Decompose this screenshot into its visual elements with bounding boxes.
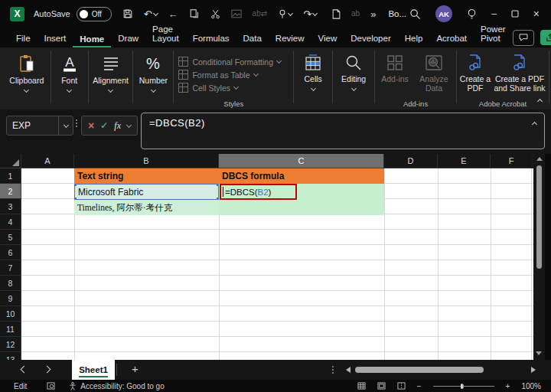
column-header-d[interactable]: D	[384, 154, 438, 168]
row-header-11[interactable]: 11	[0, 322, 21, 337]
back-arrow-icon[interactable]: ←	[168, 9, 178, 19]
tab-insert[interactable]: Insert	[37, 30, 73, 47]
macro-record-icon[interactable]	[47, 382, 55, 390]
column-header-c[interactable]: C	[219, 154, 384, 168]
share-button[interactable]	[540, 30, 551, 45]
tab-acrobat[interactable]: Acrobat	[429, 30, 474, 47]
select-all-corner[interactable]	[0, 154, 21, 168]
scroll-right-icon[interactable]	[531, 367, 536, 373]
maximize-button[interactable]	[511, 10, 519, 18]
account-avatar[interactable]: AK	[435, 5, 452, 22]
tab-developer[interactable]: Developer	[344, 30, 397, 47]
tab-review[interactable]: Review	[269, 30, 311, 47]
touch-mode-icon[interactable]	[278, 9, 292, 19]
tab-view[interactable]: View	[311, 30, 344, 47]
cell-b3[interactable]: Timelines, 阿尔蒂·考什克	[74, 200, 219, 215]
new-file-icon[interactable]	[332, 9, 341, 19]
accessibility-status[interactable]: Accessibility: Good to go	[80, 382, 165, 390]
name-box[interactable]: EXP	[6, 116, 73, 136]
row-header-8[interactable]: 8	[0, 276, 21, 291]
alignment-group-button[interactable]: Alignment	[90, 47, 132, 109]
search-icon[interactable]	[409, 8, 421, 20]
column-header-e[interactable]: E	[438, 154, 491, 168]
redo-icon[interactable]: ↷	[303, 9, 317, 19]
vertical-scrollbar[interactable]	[533, 154, 545, 360]
tab-home[interactable]: Home	[73, 31, 111, 48]
tab-formulas[interactable]: Formulas	[186, 30, 236, 47]
tab-file[interactable]: File	[9, 30, 37, 47]
page-layout-view-icon[interactable]	[377, 382, 386, 390]
reference-handle[interactable]	[217, 184, 219, 186]
comments-button[interactable]	[513, 30, 534, 46]
zoom-out-button[interactable]: −	[417, 382, 422, 390]
sheet-tab-sheet1[interactable]: Sheet1	[72, 360, 115, 380]
row-header-9[interactable]: 9	[0, 291, 21, 306]
scroll-up-icon[interactable]	[536, 157, 543, 161]
cell-c2-edit-box[interactable]: =DBCS(B2)	[220, 184, 297, 200]
save-icon[interactable]	[122, 8, 133, 19]
row-header-3[interactable]: 3	[0, 199, 21, 214]
minimize-button[interactable]: –	[491, 9, 497, 18]
normal-view-icon[interactable]	[357, 382, 366, 390]
cancel-icon[interactable]: ×	[88, 119, 94, 132]
cell-b2[interactable]: Microsoft Fabric	[74, 184, 219, 200]
enter-icon[interactable]: ✓	[100, 120, 108, 131]
autosave-toggle[interactable]: Off	[77, 7, 112, 21]
page-break-preview-icon[interactable]	[397, 382, 406, 390]
number-group-button[interactable]: % Number	[135, 47, 171, 109]
formula-input[interactable]: =DBCS(B2)	[141, 113, 545, 149]
zoom-slider[interactable]	[433, 383, 494, 390]
accessibility-icon[interactable]	[69, 382, 77, 390]
column-header-f[interactable]: F	[491, 154, 532, 168]
clipboard-group-button[interactable]: Clipboard	[5, 47, 49, 109]
create-pdf-share-button[interactable]: Create a PDF and Share link	[492, 47, 547, 99]
row-header-7[interactable]: 7	[0, 260, 21, 276]
cell-b1[interactable]: Text string	[74, 168, 219, 184]
tab-power-pivot[interactable]: Power Pivot	[474, 21, 513, 47]
function-dropdown-icon[interactable]	[126, 122, 132, 127]
row-header-1[interactable]: 1	[0, 168, 21, 184]
toolbar-overflow-icon[interactable]: »	[370, 9, 376, 19]
lightbulb-icon[interactable]	[467, 8, 477, 20]
previous-sheet-icon[interactable]	[21, 366, 28, 374]
column-header-a[interactable]: A	[21, 154, 74, 168]
scrollbar-resize-handle[interactable]	[332, 366, 334, 374]
tab-draw[interactable]: Draw	[111, 30, 145, 47]
sheet-cells-area[interactable]: Text string DBCS formula =DBCS(B2) Micro…	[21, 168, 533, 360]
name-box-dropdown-icon[interactable]	[58, 116, 73, 135]
cut-icon[interactable]	[210, 9, 220, 19]
insert-function-icon[interactable]: fx	[114, 120, 121, 132]
formula-bar-resize-handle[interactable]	[76, 119, 77, 127]
cell-c3[interactable]	[219, 200, 384, 215]
tab-page-layout[interactable]: Page Layout	[145, 21, 186, 47]
column-header-b[interactable]: B	[74, 154, 219, 168]
copy-icon[interactable]	[189, 8, 200, 19]
zoom-slider-thumb[interactable]	[461, 384, 463, 389]
tab-help[interactable]: Help	[398, 30, 430, 47]
undo-icon[interactable]: ↶	[144, 9, 158, 19]
zoom-level[interactable]: 100%	[521, 382, 541, 390]
close-button[interactable]: ×	[533, 8, 540, 20]
next-sheet-icon[interactable]	[44, 366, 51, 374]
zoom-in-button[interactable]: +	[506, 382, 510, 390]
editing-group-button[interactable]: Editing	[334, 47, 373, 109]
cell-c2[interactable]: =DBCS(B2)	[219, 184, 384, 200]
scroll-left-icon[interactable]	[346, 367, 350, 373]
tab-data[interactable]: Data	[236, 30, 269, 47]
cells-group-button[interactable]: Cells	[295, 47, 331, 109]
row-header-13[interactable]: 13	[0, 352, 21, 360]
row-header-4[interactable]: 4	[0, 214, 21, 230]
row-header-5[interactable]: 5	[0, 230, 21, 245]
cell-c1[interactable]: DBCS formula	[219, 168, 384, 184]
row-header-6[interactable]: 6	[0, 245, 21, 260]
new-sheet-button[interactable]: +	[132, 362, 139, 375]
font-group-button[interactable]: A Font	[53, 47, 86, 109]
document-title[interactable]: Bo...	[388, 9, 406, 18]
reference-handle[interactable]	[74, 184, 77, 186]
vertical-scrollbar-thumb[interactable]	[536, 165, 542, 269]
create-pdf-button[interactable]: Create a PDF	[458, 47, 492, 99]
horizontal-scrollbar-thumb[interactable]	[355, 367, 484, 373]
row-header-12[interactable]: 12	[0, 337, 21, 352]
row-header-10[interactable]: 10	[0, 306, 21, 322]
row-header-2[interactable]: 2	[0, 184, 21, 199]
